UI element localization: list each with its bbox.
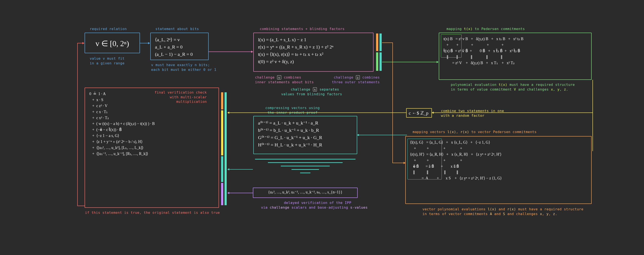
tx-row-0: t(x) B = z² v B + δ(y,z) B + x t₁ B + x²…	[444, 36, 587, 42]
arrow-vec-to-ipp	[357, 135, 407, 135]
vec-cap-x: x	[540, 212, 542, 216]
final-l0: 0 ≟ 1 · A	[89, 91, 214, 97]
ipp-cap-challenge: challenge	[270, 206, 289, 210]
bits-line-2: (a_L − 1) − a_R = 0	[155, 51, 204, 58]
bits-line-0: ⟨a_L, 2ⁿ⟩ = v	[155, 36, 204, 43]
arrow-final-loop-top	[77, 43, 84, 43]
combine-box: l(x) = (a_L + s_L x) − z 1 r(x) = yⁿ ∘ (…	[253, 33, 374, 72]
combine-line-3: t(0) = z² v + δ(y, z)	[258, 58, 369, 65]
final-l7: + ⟨−z 1 − a s, G⟩	[89, 133, 214, 139]
bits-caption: v must have exactly n bits; each bit mus…	[151, 63, 216, 72]
final-l1: + x · S	[89, 97, 214, 103]
final-bar-teal	[221, 156, 223, 182]
tx-cap-V: V	[514, 87, 516, 92]
arrow-bits-to-combine	[209, 52, 253, 52]
tx-row-4: = z² V + δ(y,z) B + x T₁ + x² T₂	[444, 60, 587, 66]
combine-bar-green	[376, 52, 378, 71]
combine-bar-orange	[376, 34, 378, 51]
tx-cap-z: z	[564, 87, 566, 92]
combine-line-2: t(x) = ⟨l(x), r(x)⟩ = t₀ + t₁ x + t₂ x²	[258, 51, 369, 58]
ipp-line-0: a⁽ᵏ⁻¹⁾ = a_L · u_k + u_k⁻¹ · a_R	[258, 119, 352, 127]
ipp-cap-sval: s-values	[350, 206, 368, 210]
arrow-relation-to-bits	[140, 43, 150, 43]
arrow-final-loop-bot	[77, 206, 85, 206]
tx-box: t(x) B = z² v B + δ(y,z) B + x t₁ B + x²…	[439, 33, 592, 80]
tx-inner-highlight	[441, 34, 462, 58]
vec-cap-rx: r(x)	[507, 207, 516, 211]
ipp-line-3: H⁽ᵏ⁻¹⁾ = H_L · u_k + u_k⁻¹ · H_R	[258, 141, 352, 148]
chal-z-chip: z	[356, 75, 360, 80]
tx-cap-tx: t(x)	[499, 83, 508, 87]
ipp-fan-icon	[255, 159, 356, 176]
vec-cap-lx: l(x)	[488, 207, 496, 211]
arrow-combine-to-tx	[382, 62, 438, 62]
vec-title: mapping vectors l(x), r(x) to vector Ped…	[412, 130, 537, 134]
final-l6: + (−ẽ − c t̃(x)) · B̃	[89, 127, 214, 133]
combine-line-0: l(x) = (a_L + s_L x) − z 1	[258, 36, 369, 43]
final-l9: + ⟨[u₁², …, u_k²], [L₁, …, L_k]⟩	[89, 145, 214, 151]
arrow-ipp-to-final	[228, 169, 253, 170]
vec-cap-S: S	[503, 212, 505, 216]
combine-caption-y: challenge y combines inner statements ab…	[255, 75, 314, 84]
combine-caption-z: challenge z combines three outer stateme…	[332, 75, 380, 84]
c-formula: c ←$ ℤ_p	[409, 110, 429, 117]
c-caption: combine two statements in one with a ran…	[441, 108, 504, 118]
arrow-c-to-final	[228, 112, 406, 113]
c-conn-down	[592, 113, 593, 151]
arrow-combine-to-vec-h2	[392, 163, 405, 163]
combine-caption-x: challenge x separates values from blindi…	[281, 87, 342, 96]
ipp-line-1: b⁽ᵏ⁻¹⁾ = b_L · u_k⁻¹ + u_k · b_R	[258, 127, 352, 134]
vec-title-rx: r(x)	[460, 130, 469, 134]
svalues-box: {u₁², …, u_k², u₁⁻², …, u_k⁻², s₀, …, s_…	[253, 188, 358, 198]
vec-title-pre: mapping vectors	[412, 130, 447, 134]
c-box: c ←$ ℤ_p	[406, 108, 432, 118]
arrow-sval-to-final	[228, 193, 253, 193]
tx-title: mapping t(x) to Pedersen commitments	[446, 26, 525, 31]
ipp-box: a⁽ᵏ⁻¹⁾ = a_L · u_k + u_k⁻¹ · a_R b⁽ᵏ⁻¹⁾ …	[253, 116, 357, 154]
final-l10: + ⟨[u₁⁻², …, u_k⁻²], [R₁, …, R_k]⟩	[89, 151, 214, 157]
vec-cap-z: z	[553, 212, 555, 216]
chal-x-chip: x	[313, 87, 317, 92]
tx-title-code: t(x)	[464, 27, 473, 31]
svalues-formula: {u₁², …, u_k², u₁⁻², …, u_k⁻², s₀, …, s_…	[256, 189, 355, 195]
tx-title-post: to Pedersen commitments	[473, 27, 525, 31]
final-l2: + c z² · V	[89, 103, 214, 109]
tx-cap-y: y	[558, 87, 560, 92]
c-conn-up	[592, 80, 593, 113]
final-bar-purple	[221, 183, 223, 205]
final-bar-orange	[221, 92, 223, 110]
vec-title-lx: l(x)	[447, 130, 456, 134]
combine-bar-teal2	[380, 52, 382, 71]
tx-row-3: ‖ ‖ ‖ ‖ ‖	[444, 54, 587, 60]
final-l4: + c x² · T₂	[89, 115, 214, 121]
combine-line-1: r(x) = yⁿ ∘ ((a_R + s_R x) + z 1) + z² 2…	[258, 43, 369, 51]
final-box: 0 ≟ 1 · A + x · S + c z² · V + c x · T₁ …	[84, 88, 219, 208]
vec-title-post: to vector Pedersen commitments	[469, 130, 536, 134]
tx-title-pre: mapping	[446, 27, 464, 31]
tx-caption: polynomial evaluation t(x) must have a r…	[451, 82, 575, 92]
chal-y-chip: y	[277, 75, 281, 80]
final-l8: + ⟨z 1 + y⁻ⁿ ∘ (z² 2ⁿ − b / s), H⟩	[89, 139, 214, 145]
relation-box: v ∈ [0, 2ⁿ)	[84, 33, 140, 53]
vec-cap-y: y	[546, 212, 549, 216]
combine-bar-teal	[380, 34, 382, 51]
c-conn-h	[432, 112, 592, 113]
final-caption: if this statement is true, the original …	[85, 210, 220, 215]
vec-title-sep: ,	[456, 130, 460, 134]
arrow-final-loop-v	[77, 43, 78, 206]
arrow-combine-to-vec-v	[392, 42, 393, 163]
bits-box: ⟨a_L, 2ⁿ⟩ = v a_L ∘ a_R = 0 (a_L − 1) − …	[150, 33, 209, 60]
relation-formula: v ∈ [0, 2ⁿ)	[89, 36, 135, 51]
vec-inner-highlight	[408, 139, 442, 180]
final-l5: + ( w (t(x) − a b) + c (δ(y,z) − t(x)) )…	[89, 121, 214, 127]
tx-row-2: t̃(x) B̃ = z² ṽ B̃ + 0 B̃ + x t̃₁ B̃ + x…	[444, 48, 587, 54]
combine-title: combining statements + blinding factors	[260, 26, 344, 31]
relation-caption: value v must fit in a given range	[90, 56, 124, 66]
bits-title: statement about bits	[156, 26, 199, 31]
relation-title: required relation	[90, 26, 127, 31]
ipp-caption: delayed verification of the IPP via chal…	[261, 200, 368, 210]
vec-caption: vector polynomial evaluations l(x) and r…	[422, 207, 584, 216]
tx-row-1: + + + + +	[444, 42, 587, 48]
final-bar-mint	[224, 92, 227, 205]
ipp-line-2: G⁽ᵏ⁻¹⁾ = G_L · u_k⁻¹ + u_k · G_R	[258, 134, 352, 141]
